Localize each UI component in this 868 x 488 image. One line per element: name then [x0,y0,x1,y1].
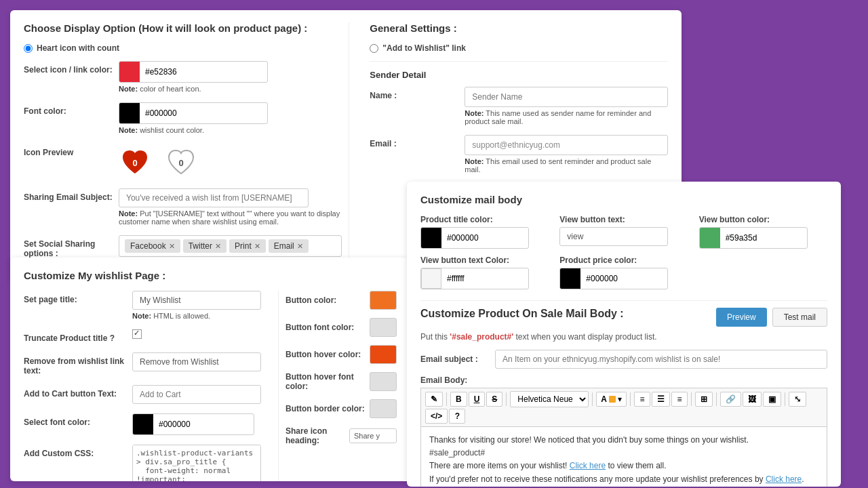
list-ol-button[interactable]: ☰ [652,392,670,407]
eraser-button[interactable]: ✎ [425,392,443,407]
add-cart-content [132,385,264,404]
icon-preview-content: 0 0 [119,144,342,179]
sharing-email-input[interactable] [119,188,309,207]
display-option-title: Choose Display Option (How it will look … [24,22,342,34]
truncate-checkbox[interactable] [132,329,142,339]
font-color-text[interactable]: #000000 [140,105,267,121]
code-button[interactable]: </> [425,409,448,424]
add-cart-input[interactable] [132,385,261,404]
email-remove[interactable]: ✕ [297,242,303,251]
font-color-swatch[interactable] [119,103,140,123]
remove-link-content [132,352,264,371]
link-button[interactable]: 🔗 [720,392,741,407]
btn-font-swatch[interactable] [370,318,397,337]
media-button[interactable]: ▣ [763,392,781,407]
fullscreen-button[interactable]: ⤡ [789,392,806,407]
font-color-input-group: #000000 [119,102,268,124]
font-color-row: Font color: #000000 Note: wishlist count… [24,102,342,134]
print-remove[interactable]: ✕ [254,242,260,251]
view-btn-text-input[interactable] [559,227,668,246]
remove-link-label: Remove from wishlist link text: [24,352,132,375]
sharing-email-label: Sharing Email Subject: [24,188,119,202]
toolbar-sep-3 [592,392,593,406]
mail-color-grid: Product title color: View button text: V… [420,215,827,289]
view-btn-text-cell: View button text: [559,215,688,249]
custom-css-label: Add Custom CSS: [24,445,132,458]
bold-button[interactable]: B [450,392,467,407]
editor-toolbar: ✎ B U S Helvetica Neue A▾ ≡ ☰ ≡ ⊞ 🔗 🖼 ▣ … [420,388,827,426]
custom-css-textarea[interactable]: .wishlist-product-variants > div.sa_pro_… [132,445,261,481]
icon-preview-area: 0 0 [119,146,342,179]
remove-link-input[interactable] [132,352,261,371]
btn-border-label: Button border color: [285,404,370,413]
sale-description: Put this '#sale_product#' text when you … [420,332,827,342]
share-icon-input[interactable] [349,428,397,443]
help-button[interactable]: ? [449,409,465,424]
preview-button[interactable]: Preview [716,308,767,327]
page-title-input[interactable] [132,291,261,310]
product-price-swatch[interactable] [560,268,580,289]
product-title-swatch[interactable] [421,228,441,248]
font-color-btn[interactable]: A▾ [596,392,627,407]
sender-name-label: Name : [370,87,465,100]
p2-font-swatch[interactable] [133,414,153,434]
customize-wishlist-panel: Customize My wishlist Page : Set page ti… [10,258,410,481]
btn-border-swatch[interactable] [370,399,397,418]
social-tags-group: Facebook ✕ Twitter ✕ Print ✕ Email ✕ [119,235,342,257]
table-button[interactable]: ⊞ [695,392,713,407]
product-price-color-cell: Product price color: [559,256,688,289]
icon-color-text[interactable]: #e52836 [140,64,267,80]
sender-detail-title: Sender Detail [370,70,668,80]
view-btn-color-input[interactable] [720,230,808,246]
btn-color-swatch[interactable] [370,291,397,310]
align-button[interactable]: ≡ [671,392,688,407]
view-btn-swatch[interactable] [700,228,720,248]
btn-hover-font-row: Button hover font color: [285,372,397,391]
font-family-select[interactable]: Helvetica Neue [510,391,589,407]
btn-font-color-row: Button font color: [285,318,397,337]
view-btn-text-swatch[interactable] [421,268,441,289]
view-btn-text-color-input[interactable] [441,270,529,287]
click-here-link-1[interactable]: Click here [570,461,606,470]
p2-font-color-label: Select font color: [24,413,132,427]
sender-name-row: Name : Note: This name used as sender na… [370,87,668,125]
editor-line-3: There are more items on your wishlist! C… [429,460,818,472]
sender-email-input[interactable] [465,135,668,155]
strikethrough-button[interactable]: S [486,392,502,407]
mail-body-title: Customize mail body [420,194,827,205]
email-subject-input[interactable] [495,350,827,369]
btn-hover-font-swatch[interactable] [370,372,397,391]
underline-button[interactable]: U [469,392,486,407]
product-title-color-input[interactable] [441,230,529,246]
test-mail-button[interactable]: Test mail [772,308,827,327]
facebook-remove[interactable]: ✕ [169,242,175,251]
customize-wishlist-title: Customize My wishlist Page : [24,270,397,281]
toolbar-sep-1 [446,392,447,406]
twitter-remove[interactable]: ✕ [215,242,221,251]
image-button[interactable]: 🖼 [743,392,762,407]
heart-filled-icon: 0 [119,146,151,179]
heart-icon-radio[interactable] [24,44,33,53]
print-tag: Print ✕ [229,239,266,253]
toolbar-sep-6 [716,392,717,406]
sender-email-note: Note: This email used to sent reminder a… [465,157,668,174]
icon-preview-label: Icon Preview [24,144,119,157]
product-price-color-input[interactable] [580,270,668,287]
btn-hover-swatch[interactable] [370,345,397,364]
email-body-label: Email Body: [420,375,827,385]
click-here-link-2[interactable]: Click here [766,474,802,484]
page-title-label: Set page title: [24,291,132,304]
add-to-wishlist-label: "Add to Wishlist" link [382,43,466,53]
heart-icon-radio-row: Heart icon with count [24,43,342,53]
add-to-wishlist-radio[interactable] [370,44,378,53]
customize-wishlist-content: Set page title: Note: HTML is allowed. T… [24,291,397,481]
icon-color-swatch[interactable] [119,62,140,82]
sender-name-input[interactable] [465,87,668,107]
product-price-color-label: Product price color: [559,256,688,265]
list-ul-button[interactable]: ≡ [634,392,650,407]
p2-font-color-text[interactable] [153,416,254,432]
view-btn-text-label: View button text: [559,215,688,224]
icon-color-input-group: #e52836 [119,61,268,83]
sender-name-note: Note: This name used as sender name for … [465,109,668,125]
truncate-content [132,329,264,341]
